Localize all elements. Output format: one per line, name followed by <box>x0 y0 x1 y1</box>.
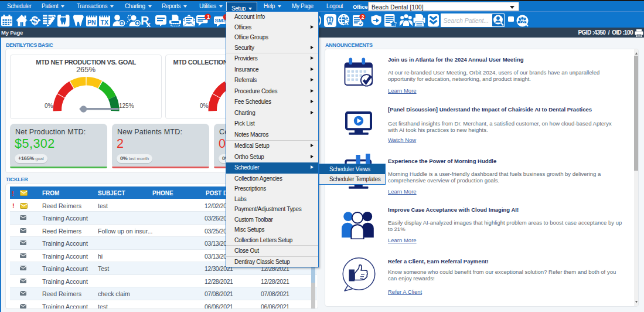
svg-text:PN: PN <box>87 19 96 26</box>
svg-text:x: x <box>146 21 151 27</box>
svg-text:2: 2 <box>361 14 364 20</box>
svg-text:0%: 0% <box>45 103 53 109</box>
svg-text:125%: 125% <box>119 103 134 109</box>
svg-text:TX: TX <box>100 19 108 26</box>
svg-text:$: $ <box>32 13 39 27</box>
svg-text:0%: 0% <box>200 103 209 109</box>
svg-text:3: 3 <box>329 17 331 22</box>
svg-text:1: 1 <box>207 14 210 20</box>
